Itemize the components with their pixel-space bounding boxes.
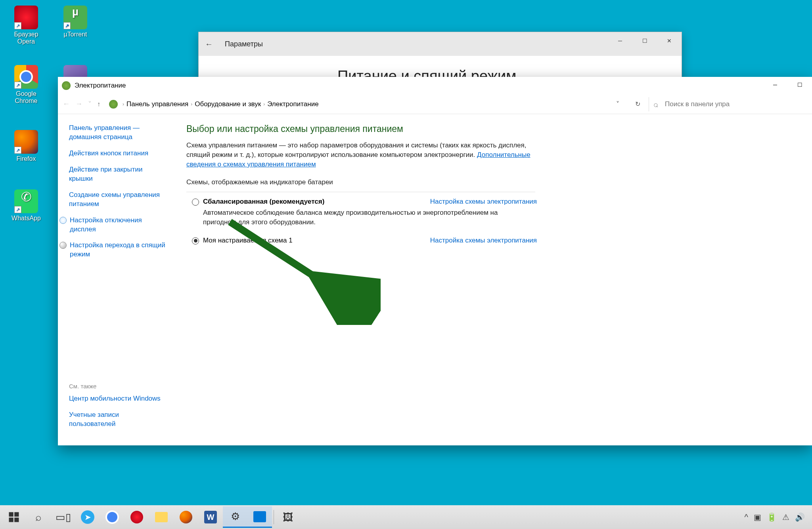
sidebar-item-power-buttons[interactable]: Действия кнопок питания [69, 149, 167, 158]
tray-chevron-icon[interactable]: ^ [745, 513, 748, 522]
taskbar-opera[interactable] [124, 506, 149, 528]
taskbar-chrome[interactable] [100, 506, 124, 528]
back-icon[interactable]: ← [205, 40, 213, 49]
desktop-icon-label: Firefox [6, 155, 46, 162]
svg-rect-4 [14, 518, 19, 522]
firefox-desktop-icon[interactable]: ↗ Firefox [6, 130, 46, 162]
nav-back-icon[interactable]: ← [63, 100, 70, 109]
plan-name[interactable]: Сбалансированная (рекомендуется) [203, 198, 324, 206]
desktop-icon-label: µTorrent [56, 31, 95, 38]
svg-rect-2 [14, 512, 19, 517]
search-input[interactable] [649, 97, 807, 111]
breadcrumb-icon [109, 100, 118, 109]
opera-desktop-icon[interactable]: ↗ Браузер Opera [6, 6, 46, 45]
cp-window-title: Электропитание [75, 82, 126, 90]
plan-description: Автоматическое соблюдение баланса между … [203, 208, 532, 227]
task-view-button[interactable]: ▭▯ [51, 506, 75, 528]
taskbar-settings[interactable]: ⚙ [223, 506, 247, 528]
cp-sidebar: Панель управления — домашняя страница Де… [58, 114, 178, 445]
chevron-right-icon: › [191, 101, 192, 107]
utorrent-desktop-icon[interactable]: µ↗ µTorrent [56, 6, 95, 38]
desktop-icon-label: WhatsApp [6, 215, 46, 222]
sidebar-item-sleep[interactable]: Настройка перехода в спящий режим [59, 241, 167, 259]
plan-row-balanced: Сбалансированная (рекомендуется) Настрой… [192, 198, 537, 206]
sidebar-item-display-off[interactable]: Настройка отключения дисплея [59, 216, 167, 234]
control-panel-window: Электропитание ─ ☐ ← → ˅ ↑ › Панель упра… [58, 77, 812, 445]
breadcrumb-dropdown-icon[interactable]: ˅ [612, 100, 623, 108]
main-description: Схема управления питанием — это набор па… [186, 141, 535, 169]
taskbar-telegram[interactable]: ➤ [75, 506, 100, 528]
tray-network-icon[interactable]: ⚠ [782, 512, 789, 522]
taskbar-divider [274, 510, 274, 524]
sidebar-item-home[interactable]: Панель управления — домашняя страница [69, 124, 167, 142]
settings-title: Параметры [225, 40, 263, 48]
chevron-right-icon: › [123, 101, 124, 107]
see-also-label: См. также [69, 383, 167, 390]
taskbar-control-panel[interactable] [247, 506, 272, 528]
nav-recent-icon[interactable]: ˅ [88, 100, 92, 109]
cp-titlebar[interactable]: Электропитание ─ ☐ [58, 77, 812, 94]
tray-volume-icon[interactable]: 🔊 [795, 512, 805, 522]
plan-radio-custom[interactable] [192, 237, 199, 244]
power-icon [62, 81, 71, 90]
sidebar-see-also-accounts[interactable]: Учетные записи пользователей [69, 411, 167, 429]
start-button[interactable] [2, 506, 26, 528]
sidebar-item-lid-close[interactable]: Действие при закрытии крышки [69, 165, 167, 183]
taskbar: ⌕ ▭▯ ➤ W ⚙ 🖼 ^ ▣ 🔋 ⚠ 🔊 [0, 505, 812, 529]
plan-settings-link[interactable]: Настройка схемы электропитания [430, 237, 537, 244]
nav-up-icon[interactable]: ↑ [97, 101, 100, 108]
whatsapp-icon: ✆↗ [14, 189, 38, 213]
whatsapp-desktop-icon[interactable]: ✆↗ WhatsApp [6, 189, 46, 222]
sidebar-see-also-mobility[interactable]: Центр мобильности Windows [69, 394, 167, 403]
cp-navbar: ← → ˅ ↑ › Панель управления › Оборудован… [58, 94, 812, 114]
taskbar-explorer[interactable] [149, 506, 174, 528]
taskbar-firefox[interactable] [174, 506, 198, 528]
nav-forward-icon[interactable]: → [75, 100, 82, 109]
chrome-desktop-icon[interactable]: ↗ Google Chrome [6, 65, 46, 105]
plan-name[interactable]: Моя настраиваемая схема 1 [203, 237, 293, 244]
chevron-right-icon: › [263, 101, 265, 107]
plan-settings-link[interactable]: Настройка схемы электропитания [430, 198, 537, 206]
utorrent-icon: µ↗ [63, 6, 87, 29]
settings-titlebar[interactable]: ← Параметры ─ ☐ ✕ [199, 32, 682, 56]
minimize-button[interactable]: ─ [763, 77, 787, 93]
tray-action-center-icon[interactable]: ▣ [754, 512, 761, 522]
refresh-icon[interactable]: ↻ [630, 97, 645, 111]
tray-battery-icon[interactable]: 🔋 [767, 512, 777, 522]
clock-icon [59, 217, 67, 224]
breadcrumb-leaf[interactable]: Электропитание [267, 100, 318, 108]
svg-rect-3 [9, 518, 13, 522]
main-heading: Выбор или настройка схемы управления пит… [186, 124, 792, 134]
moon-icon [59, 242, 67, 249]
desktop-icon-label: Браузер Opera [6, 31, 46, 45]
taskbar-word[interactable]: W [198, 506, 223, 528]
sidebar-item-label: Настройка отключения дисплея [70, 216, 167, 234]
breadcrumb[interactable]: › Панель управления › Оборудование и зву… [106, 97, 626, 111]
svg-rect-1 [9, 512, 13, 517]
section-divider [186, 192, 535, 192]
maximize-button[interactable]: ☐ [787, 77, 812, 93]
sidebar-item-label: Настройка перехода в спящий режим [70, 241, 167, 259]
close-button[interactable]: ✕ [657, 32, 682, 50]
opera-icon: ↗ [14, 6, 38, 29]
minimize-button[interactable]: ─ [608, 32, 632, 50]
cp-main: Выбор или настройка схемы управления пит… [178, 114, 812, 445]
desktop-icon-label: Google Chrome [6, 90, 46, 105]
plan-radio-balanced[interactable] [192, 199, 199, 206]
chrome-icon: ↗ [14, 65, 38, 89]
section-label: Схемы, отображаемые на индикаторе батаре… [186, 178, 792, 186]
system-tray: ^ ▣ 🔋 ⚠ 🔊 [739, 512, 810, 522]
firefox-icon: ↗ [14, 130, 38, 154]
breadcrumb-root[interactable]: Панель управления [126, 100, 188, 108]
search-button[interactable]: ⌕ [26, 506, 51, 528]
taskbar-photos[interactable]: 🖼 [276, 506, 300, 528]
sidebar-item-create-plan[interactable]: Создание схемы управления питанием [69, 191, 167, 209]
plan-row-custom: Моя настраиваемая схема 1 Настройка схем… [192, 237, 537, 244]
maximize-button[interactable]: ☐ [632, 32, 657, 50]
breadcrumb-mid[interactable]: Оборудование и звук [195, 100, 261, 108]
